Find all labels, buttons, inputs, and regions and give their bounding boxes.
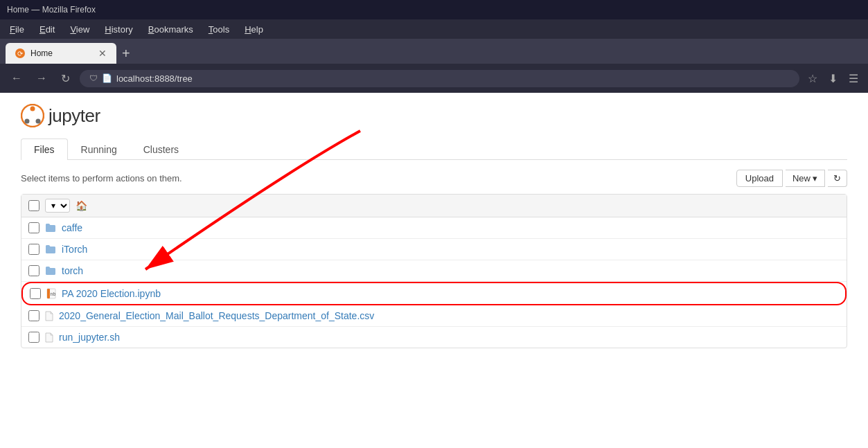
file-row-itorch: iTorch [21,239,847,260]
folder-icon-caffe [45,223,56,233]
menu-file[interactable]: File [4,22,30,37]
file-row-torch: torch [21,260,847,282]
browser-titlebar: Home — Mozilla Firefox [0,0,868,19]
new-button[interactable]: New ▾ [786,170,825,187]
file-link-csv[interactable]: 2020_General_Election_Mail_Ballot_Reques… [59,310,374,321]
menu-history[interactable]: History [99,22,138,37]
nav-tabs: Files Running Clusters [21,138,847,160]
bookmark-icon[interactable]: ☆ [805,69,820,88]
menu-tools[interactable]: Tools [203,22,235,37]
svg-point-2 [25,119,30,124]
toolbar-row: Select items to perform actions on them.… [21,170,847,187]
menu-bookmarks[interactable]: Bookmarks [143,22,199,37]
tab-clusters[interactable]: Clusters [130,138,192,160]
browser-tabbar: ⟳ Home ✕ + [0,39,868,64]
page-icon: 📄 [102,73,112,83]
file-icon-sh [45,332,53,343]
forward-button[interactable]: → [32,69,51,87]
file-link-pa2020[interactable]: PA 2020 Election.ipynb [62,288,161,299]
file-icon-csv [45,311,53,321]
menu-icon[interactable]: ☰ [846,69,861,88]
browser-title: Home — Mozilla Firefox [7,5,96,15]
checkbox-sh[interactable] [28,332,39,343]
svg-point-3 [36,119,41,124]
file-link-torch[interactable]: torch [62,265,83,276]
file-row-caffe: caffe [21,217,847,239]
tab-favicon: ⟳ [15,48,25,58]
home-icon[interactable]: 🏠 [76,200,87,211]
browser-addressbar: ← → ↻ 🛡 📄 localhost:8888/tree ☆ ⬇ ☰ [0,64,868,93]
folder-icon-itorch [45,244,56,254]
menu-view[interactable]: View [64,22,95,37]
download-icon[interactable]: ⬇ [826,69,840,88]
file-row-sh: run_jupyter.sh [21,327,847,348]
tab-close-button[interactable]: ✕ [98,48,107,59]
svg-text:nb: nb [51,292,56,296]
browser-toolbar-right: ☆ ⬇ ☰ [805,69,861,88]
new-tab-button[interactable]: + [116,43,136,64]
checkbox-itorch[interactable] [28,244,39,255]
active-tab[interactable]: ⟳ Home ✕ [6,43,116,64]
tab-label: Home [30,48,53,58]
tab-files[interactable]: Files [21,138,68,160]
select-all-checkbox[interactable] [28,200,39,211]
file-link-itorch[interactable]: iTorch [62,244,87,255]
checkbox-csv[interactable] [28,310,39,321]
page-content: jupyter Files Running Clusters Select it… [0,93,868,439]
toolbar-buttons: Upload New ▾ ↻ [736,170,847,187]
jupyter-logo-icon [21,104,44,127]
upload-button[interactable]: Upload [736,170,783,187]
svg-point-1 [30,107,35,111]
address-bar[interactable]: 🛡 📄 localhost:8888/tree [80,70,799,87]
checkbox-caffe[interactable] [28,222,39,233]
jupyter-logo: jupyter [21,104,847,127]
file-link-caffe[interactable]: caffe [62,222,82,233]
menu-help[interactable]: Help [239,22,269,37]
new-dropdown-icon: ▾ [813,173,817,183]
address-text: localhost:8888/tree [116,73,193,84]
file-list-container: ▾ 🏠 caffe iTorch [21,194,847,348]
checkbox-pa2020[interactable] [30,288,41,299]
file-list-header: ▾ 🏠 [21,195,847,217]
notebook-icon-pa2020: nb [46,288,56,299]
svg-rect-5 [47,289,50,298]
reload-button[interactable]: ↻ [57,69,74,88]
menu-edit[interactable]: Edit [34,22,60,37]
file-row-csv: 2020_General_Election_Mail_Ballot_Reques… [21,305,847,327]
refresh-button[interactable]: ↻ [828,170,847,187]
security-icon: 🛡 [89,73,98,83]
checkbox-torch[interactable] [28,265,39,276]
folder-icon-torch [45,266,56,276]
file-link-sh[interactable]: run_jupyter.sh [59,332,120,343]
browser-menubar: File Edit View History Bookmarks Tools H… [0,19,868,39]
file-row-pa2020: nb PA 2020 Election.ipynb [21,282,847,305]
back-button[interactable]: ← [7,69,26,87]
toolbar-instruction: Select items to perform actions on them. [21,173,182,183]
sort-dropdown[interactable]: ▾ [45,199,70,213]
tab-running[interactable]: Running [68,138,130,160]
jupyter-logo-text: jupyter [48,105,100,127]
